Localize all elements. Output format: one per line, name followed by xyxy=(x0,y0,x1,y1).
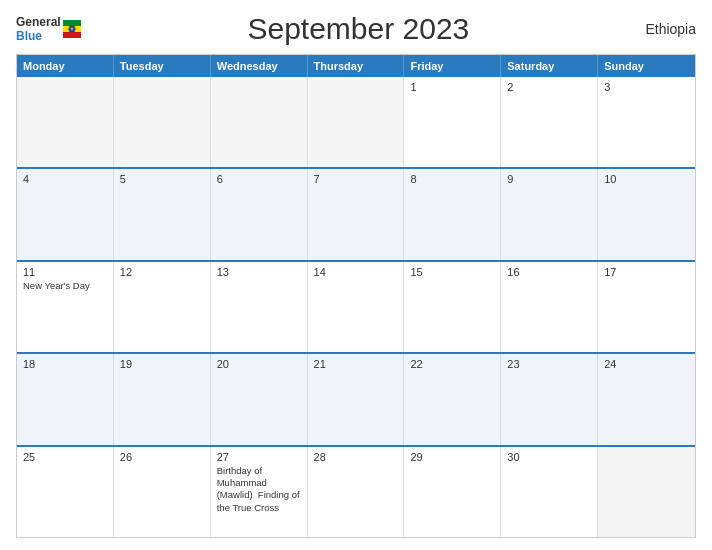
cell-w4-d6 xyxy=(598,447,695,537)
header-tuesday: Tuesday xyxy=(114,55,211,77)
day-number: 28 xyxy=(314,451,398,463)
header: General Blue September 2023 Ethiopia xyxy=(16,12,696,46)
day-number: 17 xyxy=(604,266,689,278)
day-number: 19 xyxy=(120,358,204,370)
cell-w1-d4: 8 xyxy=(404,169,501,259)
day-number: 11 xyxy=(23,266,107,278)
header-thursday: Thursday xyxy=(308,55,405,77)
cell-w2-d2: 13 xyxy=(211,262,308,352)
day-number: 30 xyxy=(507,451,591,463)
cell-w2-d4: 15 xyxy=(404,262,501,352)
calendar: Monday Tuesday Wednesday Thursday Friday… xyxy=(16,54,696,538)
week-row-1: 45678910 xyxy=(17,167,695,259)
logo-blue-text: Blue xyxy=(16,29,42,43)
day-number: 23 xyxy=(507,358,591,370)
day-number: 3 xyxy=(604,81,689,93)
cell-w3-d2: 20 xyxy=(211,354,308,444)
day-number: 8 xyxy=(410,173,494,185)
cell-w0-d5: 2 xyxy=(501,77,598,167)
cell-w2-d0: 11New Year's Day xyxy=(17,262,114,352)
day-number: 2 xyxy=(507,81,591,93)
cell-w4-d5: 30 xyxy=(501,447,598,537)
day-number: 22 xyxy=(410,358,494,370)
calendar-header: Monday Tuesday Wednesday Thursday Friday… xyxy=(17,55,695,77)
cell-w3-d0: 18 xyxy=(17,354,114,444)
holiday-label: New Year's Day xyxy=(23,280,107,292)
cell-w4-d1: 26 xyxy=(114,447,211,537)
cell-w4-d2: 27Birthday of Muhammad (Mawlid) Finding … xyxy=(211,447,308,537)
day-number: 14 xyxy=(314,266,398,278)
day-number: 5 xyxy=(120,173,204,185)
cell-w4-d3: 28 xyxy=(308,447,405,537)
cell-w3-d1: 19 xyxy=(114,354,211,444)
header-saturday: Saturday xyxy=(501,55,598,77)
holiday-label: Birthday of Muhammad (Mawlid) Finding of… xyxy=(217,465,301,514)
day-number: 29 xyxy=(410,451,494,463)
cell-w4-d4: 29 xyxy=(404,447,501,537)
svg-rect-0 xyxy=(63,20,81,26)
cell-w2-d3: 14 xyxy=(308,262,405,352)
header-wednesday: Wednesday xyxy=(211,55,308,77)
day-number: 1 xyxy=(410,81,494,93)
day-number: 24 xyxy=(604,358,689,370)
cell-w0-d4: 1 xyxy=(404,77,501,167)
header-sunday: Sunday xyxy=(598,55,695,77)
cell-w1-d2: 6 xyxy=(211,169,308,259)
cell-w3-d4: 22 xyxy=(404,354,501,444)
day-number: 27 xyxy=(217,451,301,463)
day-number: 25 xyxy=(23,451,107,463)
page: General Blue September 2023 Ethiopia Mon… xyxy=(0,0,712,550)
cell-w2-d5: 16 xyxy=(501,262,598,352)
cell-w0-d6: 3 xyxy=(598,77,695,167)
cell-w3-d3: 21 xyxy=(308,354,405,444)
day-number: 6 xyxy=(217,173,301,185)
day-number: 18 xyxy=(23,358,107,370)
day-number: 13 xyxy=(217,266,301,278)
cell-w1-d1: 5 xyxy=(114,169,211,259)
header-friday: Friday xyxy=(404,55,501,77)
day-number: 20 xyxy=(217,358,301,370)
header-monday: Monday xyxy=(17,55,114,77)
cell-w1-d3: 7 xyxy=(308,169,405,259)
cell-w1-d0: 4 xyxy=(17,169,114,259)
day-number: 16 xyxy=(507,266,591,278)
week-row-2: 11New Year's Day121314151617 xyxy=(17,260,695,352)
cell-w4-d0: 25 xyxy=(17,447,114,537)
week-row-4: 252627Birthday of Muhammad (Mawlid) Find… xyxy=(17,445,695,537)
day-number: 10 xyxy=(604,173,689,185)
cell-w2-d6: 17 xyxy=(598,262,695,352)
cell-w0-d2 xyxy=(211,77,308,167)
cell-w0-d0 xyxy=(17,77,114,167)
day-number: 9 xyxy=(507,173,591,185)
cell-w1-d6: 10 xyxy=(598,169,695,259)
week-row-0: 123 xyxy=(17,77,695,167)
week-row-3: 18192021222324 xyxy=(17,352,695,444)
day-number: 21 xyxy=(314,358,398,370)
calendar-body: 1234567891011New Year's Day1213141516171… xyxy=(17,77,695,537)
cell-w0-d3 xyxy=(308,77,405,167)
logo-general-text: General xyxy=(16,15,61,29)
calendar-title: September 2023 xyxy=(81,12,636,46)
cell-w3-d5: 23 xyxy=(501,354,598,444)
day-number: 7 xyxy=(314,173,398,185)
cell-w1-d5: 9 xyxy=(501,169,598,259)
country-label: Ethiopia xyxy=(636,21,696,37)
day-number: 4 xyxy=(23,173,107,185)
cell-w3-d6: 24 xyxy=(598,354,695,444)
svg-rect-2 xyxy=(63,32,81,38)
day-number: 15 xyxy=(410,266,494,278)
logo: General Blue xyxy=(16,15,81,44)
cell-w0-d1 xyxy=(114,77,211,167)
day-number: 26 xyxy=(120,451,204,463)
logo-flag-icon xyxy=(63,20,81,38)
cell-w2-d1: 12 xyxy=(114,262,211,352)
day-number: 12 xyxy=(120,266,204,278)
